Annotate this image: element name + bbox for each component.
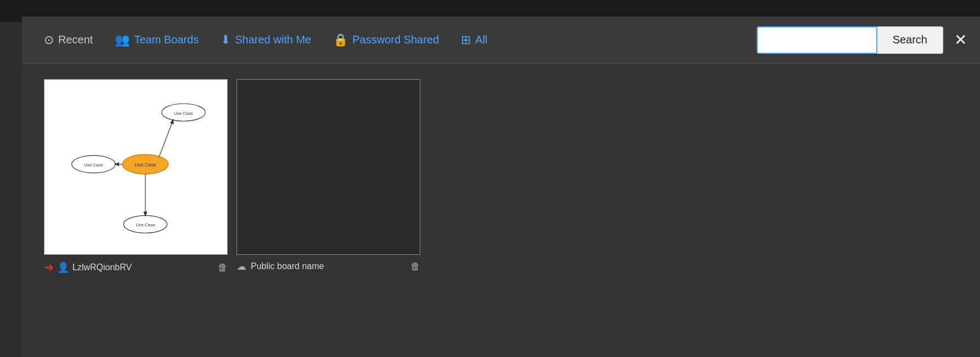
shared-with-me-icon: ⬇ bbox=[221, 33, 230, 47]
board-2-label-row: ☁ Public board name 🗑 bbox=[236, 260, 420, 272]
nav-label-shared-with-me: Shared with Me bbox=[235, 34, 311, 46]
board-1-delete-icon[interactable]: 🗑 bbox=[218, 262, 228, 274]
nav-label-team-boards: Team Boards bbox=[134, 34, 199, 46]
svg-line-8 bbox=[159, 120, 173, 158]
nav-label-password-shared: Password Shared bbox=[352, 34, 439, 46]
content-area: Use Case Use Case Use Case Use Case bbox=[22, 64, 980, 290]
nav-item-team-boards[interactable]: 👥 Team Boards bbox=[106, 29, 207, 52]
nav-item-all[interactable]: ⊞ All bbox=[452, 29, 496, 52]
all-icon: ⊞ bbox=[461, 33, 471, 47]
search-area: Search ✕ bbox=[757, 26, 967, 54]
board-1-name: LzlwRQionbRV bbox=[72, 263, 218, 272]
close-button[interactable]: ✕ bbox=[954, 32, 967, 48]
board-card-1: Use Case Use Case Use Case Use Case bbox=[44, 79, 228, 275]
svg-text:Use Case: Use Case bbox=[136, 222, 155, 227]
search-input[interactable] bbox=[757, 26, 877, 54]
main-panel: ⊙ Recent 👥 Team Boards ⬇ Shared with Me … bbox=[22, 16, 980, 357]
search-button[interactable]: Search bbox=[877, 26, 943, 54]
password-shared-icon: 🔒 bbox=[333, 33, 348, 47]
nav-item-recent[interactable]: ⊙ Recent bbox=[35, 29, 102, 52]
use-case-diagram: Use Case Use Case Use Case Use Case bbox=[44, 80, 227, 254]
board-card-2: ☁ Public board name 🗑 bbox=[236, 79, 420, 272]
svg-text:Use Case: Use Case bbox=[174, 111, 193, 116]
board-2-name: Public board name bbox=[251, 261, 406, 271]
nav-label-recent: Recent bbox=[58, 34, 93, 46]
board-2-delete-icon[interactable]: 🗑 bbox=[410, 261, 420, 272]
svg-text:Use Case: Use Case bbox=[84, 163, 103, 168]
person-icon: 👤 bbox=[57, 261, 69, 274]
team-boards-icon: 👥 bbox=[115, 33, 129, 47]
nav-bar: ⊙ Recent 👥 Team Boards ⬇ Shared with Me … bbox=[22, 16, 980, 64]
board-thumbnail-2[interactable] bbox=[236, 79, 420, 255]
cloud-icon: ☁ bbox=[236, 260, 246, 272]
nav-label-all: All bbox=[475, 34, 487, 46]
svg-text:Use Case: Use Case bbox=[134, 162, 156, 168]
recent-icon: ⊙ bbox=[44, 33, 54, 47]
board-1-label-row: ➜ 👤 LzlwRQionbRV 🗑 bbox=[44, 260, 228, 275]
nav-item-password-shared[interactable]: 🔒 Password Shared bbox=[324, 29, 448, 52]
nav-item-shared-with-me[interactable]: ⬇ Shared with Me bbox=[212, 29, 320, 52]
arrow-indicator: ➜ bbox=[44, 260, 54, 275]
board-thumbnail-1[interactable]: Use Case Use Case Use Case Use Case bbox=[44, 79, 228, 255]
